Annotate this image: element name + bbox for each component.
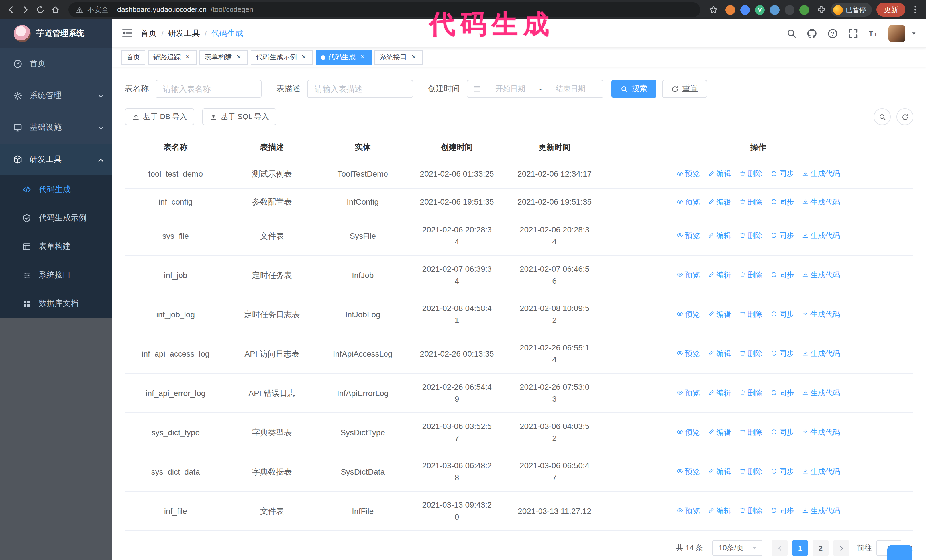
page-2-button[interactable]: 2 — [813, 540, 829, 556]
address-bar[interactable]: 不安全 dashboard.yudao.iocoder.cn/tool/code… — [68, 2, 701, 17]
create-time-range-picker[interactable]: 开始日期 - 结束日期 — [467, 80, 604, 98]
back-to-top-button[interactable] — [887, 545, 912, 560]
close-icon[interactable]: × — [410, 53, 418, 61]
action-edit-link[interactable]: 编辑 — [708, 505, 731, 517]
action-generate-code-link[interactable]: 生成代码 — [802, 168, 840, 180]
sidebar-toggle-icon[interactable] — [121, 28, 133, 39]
action-delete-link[interactable]: 删除 — [739, 229, 763, 242]
prev-page-button[interactable] — [772, 540, 788, 556]
tab-system-api[interactable]: 系统接口× — [374, 50, 423, 65]
extension-dark-icon[interactable] — [785, 5, 794, 15]
next-page-button[interactable] — [833, 540, 849, 556]
tab-form-builder[interactable]: 表单构建× — [200, 50, 248, 65]
sidebar-item-system-api[interactable]: 系统接口 — [0, 261, 112, 290]
action-preview-link[interactable]: 预览 — [676, 347, 700, 359]
action-edit-link[interactable]: 编辑 — [708, 426, 731, 438]
action-sync-link[interactable]: 同步 — [770, 347, 794, 359]
forward-icon[interactable] — [21, 5, 31, 15]
action-sync-link[interactable]: 同步 — [770, 168, 794, 180]
action-sync-link[interactable]: 同步 — [770, 505, 794, 517]
action-generate-code-link[interactable]: 生成代码 — [802, 505, 840, 517]
tab-codegen-example[interactable]: 代码生成示例× — [251, 50, 313, 65]
breadcrumb-home[interactable]: 首页 — [141, 28, 157, 38]
action-delete-link[interactable]: 删除 — [739, 347, 763, 359]
page-size-select[interactable]: 10条/页 — [712, 540, 763, 556]
sidebar-item-infra[interactable]: 基础设施 — [0, 112, 112, 143]
table-name-input[interactable] — [156, 80, 262, 98]
action-preview-link[interactable]: 预览 — [676, 168, 700, 180]
action-generate-code-link[interactable]: 生成代码 — [802, 196, 840, 208]
browser-update-button[interactable]: 更新 — [876, 3, 905, 17]
bookmark-star-icon[interactable] — [708, 5, 719, 15]
action-delete-link[interactable]: 删除 — [739, 308, 763, 320]
browser-menu-icon[interactable] — [910, 5, 920, 15]
action-preview-link[interactable]: 预览 — [676, 308, 700, 320]
reset-button[interactable]: 重置 — [662, 80, 707, 98]
action-edit-link[interactable]: 编辑 — [708, 168, 731, 180]
action-generate-code-link[interactable]: 生成代码 — [802, 387, 840, 399]
tab-tracing[interactable]: 链路追踪× — [148, 50, 197, 65]
action-preview-link[interactable]: 预览 — [676, 196, 700, 208]
font-size-icon[interactable]: TT — [868, 28, 879, 39]
action-edit-link[interactable]: 编辑 — [708, 229, 731, 242]
action-edit-link[interactable]: 编辑 — [708, 269, 731, 281]
action-generate-code-link[interactable]: 生成代码 — [802, 229, 840, 242]
tab-home[interactable]: 首页 — [121, 50, 145, 65]
action-delete-link[interactable]: 删除 — [739, 505, 763, 517]
search-icon[interactable] — [786, 28, 797, 39]
action-delete-link[interactable]: 删除 — [739, 465, 763, 477]
close-icon[interactable]: × — [183, 53, 191, 61]
sidebar-item-system[interactable]: 系统管理 — [0, 80, 112, 112]
action-preview-link[interactable]: 预览 — [676, 505, 700, 517]
user-avatar[interactable] — [888, 25, 905, 42]
action-sync-link[interactable]: 同步 — [770, 269, 794, 281]
action-preview-link[interactable]: 预览 — [676, 426, 700, 438]
extension-vue-devtools-icon[interactable]: V — [755, 5, 765, 15]
close-icon[interactable]: × — [235, 53, 243, 61]
fullscreen-icon[interactable] — [847, 28, 859, 39]
github-icon[interactable] — [806, 28, 818, 39]
action-delete-link[interactable]: 删除 — [739, 426, 763, 438]
action-edit-link[interactable]: 编辑 — [708, 196, 731, 208]
action-edit-link[interactable]: 编辑 — [708, 387, 731, 399]
refresh-table-button[interactable] — [896, 108, 914, 125]
back-icon[interactable] — [6, 5, 16, 15]
action-preview-link[interactable]: 预览 — [676, 387, 700, 399]
action-generate-code-link[interactable]: 生成代码 — [802, 465, 840, 477]
action-preview-link[interactable]: 预览 — [676, 269, 700, 281]
tab-codegen[interactable]: 代码生成× — [316, 50, 372, 65]
app-logo[interactable]: 芋道管理系统 — [0, 20, 112, 48]
action-preview-link[interactable]: 预览 — [676, 229, 700, 242]
help-icon[interactable]: ? — [827, 28, 838, 39]
action-edit-link[interactable]: 编辑 — [708, 465, 731, 477]
sidebar-item-form-builder[interactable]: 表单构建 — [0, 232, 112, 261]
action-delete-link[interactable]: 删除 — [739, 168, 763, 180]
extension-orange-icon[interactable] — [725, 5, 735, 15]
action-sync-link[interactable]: 同步 — [770, 387, 794, 399]
sidebar-item-home[interactable]: 首页 — [0, 48, 112, 80]
action-sync-link[interactable]: 同步 — [770, 308, 794, 320]
extension-blue-icon[interactable] — [740, 5, 750, 15]
close-icon[interactable]: × — [300, 53, 308, 61]
sidebar-item-db-doc[interactable]: 数据库文档 — [0, 290, 112, 318]
home-icon[interactable] — [50, 5, 61, 15]
action-delete-link[interactable]: 删除 — [739, 196, 763, 208]
extensions-puzzle-icon[interactable] — [816, 5, 826, 15]
action-generate-code-link[interactable]: 生成代码 — [802, 347, 840, 359]
profile-paused-badge[interactable]: 已暂停 — [831, 3, 872, 17]
action-sync-link[interactable]: 同步 — [770, 229, 794, 242]
action-edit-link[interactable]: 编辑 — [708, 308, 731, 320]
sidebar-item-dev-tools[interactable]: 研发工具 — [0, 143, 112, 175]
table-desc-input[interactable] — [307, 80, 413, 98]
sidebar-item-codegen-example[interactable]: 代码生成示例 — [0, 204, 112, 232]
action-preview-link[interactable]: 预览 — [676, 465, 700, 477]
action-generate-code-link[interactable]: 生成代码 — [802, 308, 840, 320]
reload-icon[interactable] — [35, 5, 45, 15]
action-sync-link[interactable]: 同步 — [770, 465, 794, 477]
action-edit-link[interactable]: 编辑 — [708, 347, 731, 359]
search-button[interactable]: 搜索 — [611, 80, 657, 98]
import-sql-button[interactable]: 基于 SQL 导入 — [203, 108, 277, 125]
action-generate-code-link[interactable]: 生成代码 — [802, 269, 840, 281]
toggle-search-button[interactable] — [873, 108, 891, 125]
extension-people-icon[interactable] — [770, 5, 779, 15]
